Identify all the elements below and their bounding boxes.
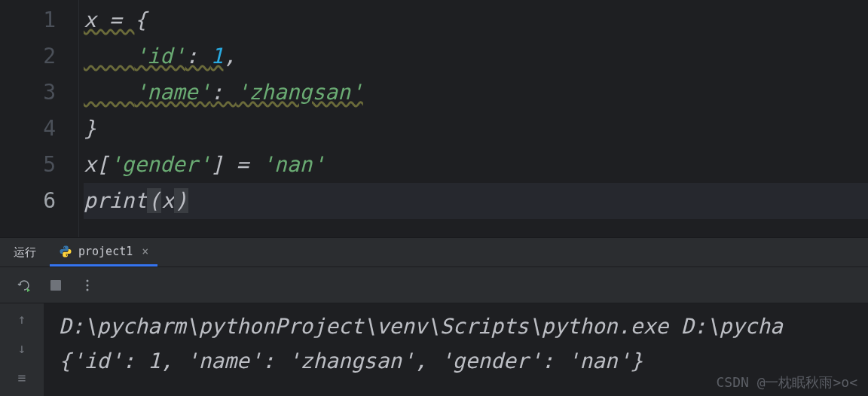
string: 'nan': [261, 152, 325, 177]
string: 'id': [134, 44, 185, 69]
svg-point-1: [87, 279, 89, 282]
line-number: 3: [0, 75, 78, 111]
indent: [84, 80, 134, 105]
line-number: 2: [0, 38, 78, 75]
line-gutter: 1 2 3 4 5 6: [0, 0, 79, 237]
bracket: ]: [211, 152, 224, 177]
output-line: D:\pycharm\pythonProject\venv\Scripts\py…: [59, 309, 853, 344]
string: 'gender': [109, 152, 211, 177]
brace: }: [84, 116, 96, 141]
line-number: 5: [0, 147, 78, 183]
svg-point-3: [87, 288, 89, 291]
variable: x: [161, 188, 174, 213]
watermark: CSDN @一枕眠秋雨>o<: [716, 373, 857, 391]
close-icon[interactable]: ×: [142, 245, 148, 258]
comma: ,: [223, 44, 236, 69]
run-toolbar: [0, 267, 868, 303]
line-number: 1: [0, 2, 78, 38]
code-line: x['gender'] = 'nan': [84, 147, 868, 183]
up-arrow-icon[interactable]: ↑: [18, 311, 26, 327]
tab-label: project1: [78, 245, 133, 258]
string: 'zhangsan': [236, 80, 363, 105]
paren: (: [147, 188, 161, 213]
code-line: 'id': 1,: [84, 38, 868, 75]
svg-point-2: [87, 284, 89, 286]
output-gutter: ↑ ↓ ≡: [0, 303, 44, 396]
line-number-active: 6: [0, 183, 78, 219]
number: 1: [211, 44, 224, 69]
svg-rect-0: [50, 280, 61, 291]
variable: x =: [84, 8, 134, 32]
equals: =: [223, 152, 261, 177]
colon: :: [185, 44, 211, 69]
more-icon[interactable]: [80, 278, 95, 293]
run-tool-window-label[interactable]: 运行: [0, 238, 50, 267]
function-call: print: [84, 188, 147, 213]
string: 'name': [134, 80, 210, 105]
python-icon: [59, 245, 72, 258]
code-content[interactable]: x = { 'id': 1, 'name': 'zhangsan' } x['g…: [79, 0, 868, 237]
indent: [84, 44, 134, 69]
run-panel-header: 运行 project1 ×: [0, 237, 868, 267]
code-line: 'name': 'zhangsan': [84, 75, 868, 111]
code-line: x = {: [84, 2, 868, 38]
paren: ): [174, 188, 188, 213]
wrap-icon[interactable]: ≡: [18, 370, 26, 385]
code-editor: 1 2 3 4 5 6 x = { 'id': 1, 'name': 'zhan…: [0, 0, 868, 237]
line-number: 4: [0, 111, 78, 147]
run-tab-active[interactable]: project1 ×: [50, 238, 157, 267]
stop-button[interactable]: [48, 278, 63, 293]
rerun-button[interactable]: [17, 278, 32, 293]
bracket: [: [96, 152, 109, 177]
down-arrow-icon[interactable]: ↓: [18, 340, 26, 356]
code-line: }: [84, 111, 868, 147]
code-line-active: print(x): [84, 183, 868, 219]
variable: x: [84, 152, 96, 177]
brace: {: [134, 8, 147, 32]
colon: :: [211, 80, 237, 105]
